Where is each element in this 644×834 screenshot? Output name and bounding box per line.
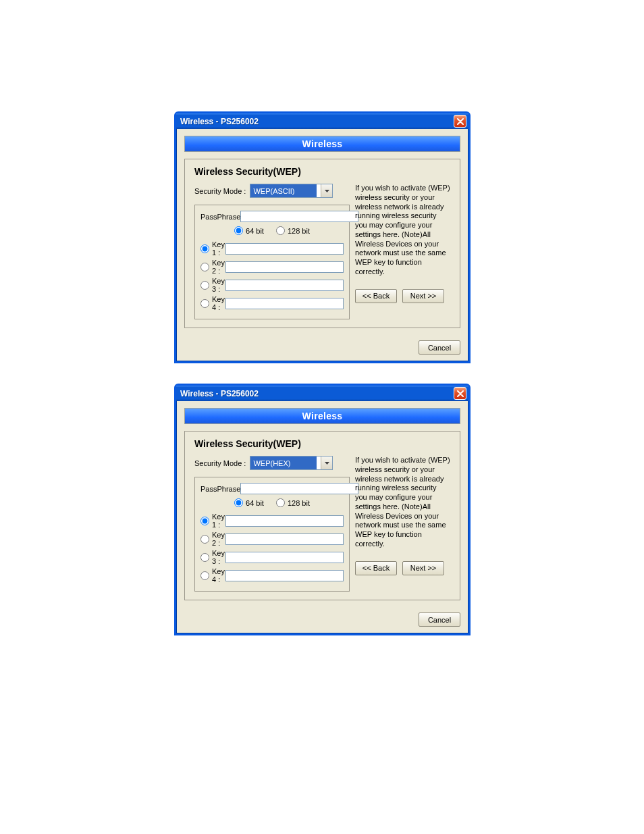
key-input[interactable] bbox=[225, 298, 344, 309]
key-label: Key 1 : bbox=[212, 240, 225, 257]
key-radio[interactable]: Key 2 : bbox=[200, 259, 225, 275]
footer: Cancel bbox=[176, 607, 468, 633]
key-radio[interactable]: Key 3 : bbox=[200, 277, 225, 293]
content-panel: Wireless Security(WEP)Security Mode :WEP… bbox=[184, 159, 460, 328]
left-column: Security Mode :WEP(ASCII)PassPhrase64 bi… bbox=[194, 184, 350, 319]
right-column: If you wish to activate (WEP) wireless s… bbox=[350, 184, 450, 319]
key-radio[interactable]: Key 1 : bbox=[200, 513, 225, 529]
key-row: Key 1 : bbox=[200, 240, 344, 257]
passphrase-input[interactable] bbox=[240, 483, 358, 494]
back-button[interactable]: << Back bbox=[355, 289, 397, 303]
bit-64-option[interactable]: 64 bit bbox=[234, 226, 264, 235]
titlebar[interactable]: Wireless - PS256002 bbox=[176, 386, 468, 401]
keys-group: PassPhrase64 bit128 bitKey 1 :Key 2 :Key… bbox=[194, 205, 350, 319]
key-radio[interactable]: Key 1 : bbox=[200, 240, 225, 257]
window-title: Wireless - PS256002 bbox=[180, 117, 259, 126]
security-mode-select[interactable]: WEP(HEX) bbox=[250, 456, 333, 470]
passphrase-row: PassPhrase bbox=[200, 211, 344, 222]
cancel-button[interactable]: Cancel bbox=[419, 613, 460, 627]
bit-128-label: 128 bit bbox=[288, 227, 310, 235]
key-input[interactable] bbox=[225, 533, 344, 545]
dialog-body: WirelessWireless Security(WEP)Security M… bbox=[176, 401, 468, 607]
key-label: Key 1 : bbox=[212, 513, 225, 529]
footer: Cancel bbox=[176, 335, 468, 361]
next-button[interactable]: Next >> bbox=[402, 289, 444, 303]
key-row: Key 3 : bbox=[200, 549, 344, 565]
help-text: If you wish to activate (WEP) wireless s… bbox=[355, 456, 450, 549]
bit-128-label: 128 bit bbox=[288, 499, 310, 507]
key-input[interactable] bbox=[225, 243, 344, 255]
key-row: Key 2 : bbox=[200, 531, 344, 547]
banner: Wireless bbox=[184, 136, 460, 152]
dialog-body: WirelessWireless Security(WEP)Security M… bbox=[176, 129, 468, 335]
security-mode-row: Security Mode :WEP(HEX) bbox=[194, 456, 350, 470]
passphrase-label: PassPhrase bbox=[200, 485, 240, 493]
key-radio[interactable]: Key 3 : bbox=[200, 549, 225, 565]
wireless-dialog: Wireless - PS256002WirelessWireless Secu… bbox=[174, 384, 471, 635]
wireless-dialog: Wireless - PS256002WirelessWireless Secu… bbox=[174, 111, 471, 363]
key-label: Key 2 : bbox=[212, 531, 225, 547]
help-text: If you wish to activate (WEP) wireless s… bbox=[355, 184, 450, 277]
page-title: Wireless Security(WEP) bbox=[194, 438, 450, 449]
key-radio[interactable]: Key 4 : bbox=[200, 295, 225, 311]
close-icon[interactable] bbox=[454, 115, 466, 128]
back-button[interactable]: << Back bbox=[355, 561, 397, 575]
security-mode-label: Security Mode : bbox=[194, 187, 246, 195]
bit-64-option[interactable]: 64 bit bbox=[234, 498, 264, 507]
key-label: Key 2 : bbox=[212, 259, 225, 275]
window-title: Wireless - PS256002 bbox=[180, 389, 259, 398]
passphrase-row: PassPhrase bbox=[200, 483, 344, 494]
key-radio[interactable]: Key 4 : bbox=[200, 567, 225, 583]
security-mode-label: Security Mode : bbox=[194, 459, 246, 467]
key-row: Key 3 : bbox=[200, 277, 344, 293]
bit-64-label: 64 bit bbox=[246, 227, 264, 235]
bit-row: 64 bit128 bit bbox=[200, 226, 344, 235]
right-column: If you wish to activate (WEP) wireless s… bbox=[350, 456, 450, 592]
key-label: Key 3 : bbox=[212, 277, 225, 293]
page-title: Wireless Security(WEP) bbox=[194, 166, 450, 177]
banner: Wireless bbox=[184, 408, 460, 424]
key-radio[interactable]: Key 2 : bbox=[200, 531, 225, 547]
passphrase-label: PassPhrase bbox=[200, 213, 240, 221]
cancel-button[interactable]: Cancel bbox=[419, 340, 460, 355]
bit-128-option[interactable]: 128 bit bbox=[276, 498, 310, 507]
key-label: Key 4 : bbox=[212, 295, 225, 311]
next-button[interactable]: Next >> bbox=[402, 561, 444, 575]
key-row: Key 1 : bbox=[200, 513, 344, 529]
bit-64-label: 64 bit bbox=[246, 499, 264, 507]
chevron-down-icon[interactable] bbox=[321, 457, 332, 469]
key-row: Key 4 : bbox=[200, 567, 344, 583]
key-label: Key 3 : bbox=[212, 549, 225, 565]
key-input[interactable] bbox=[225, 280, 344, 291]
close-icon[interactable] bbox=[454, 387, 466, 400]
key-row: Key 2 : bbox=[200, 259, 344, 275]
nav-buttons: << BackNext >> bbox=[355, 289, 450, 303]
security-mode-select[interactable]: WEP(ASCII) bbox=[250, 184, 333, 198]
key-label: Key 4 : bbox=[212, 567, 225, 583]
columns: Security Mode :WEP(HEX)PassPhrase64 bit1… bbox=[194, 456, 450, 592]
key-input[interactable] bbox=[225, 261, 344, 273]
security-mode-row: Security Mode :WEP(ASCII) bbox=[194, 184, 350, 198]
columns: Security Mode :WEP(ASCII)PassPhrase64 bi… bbox=[194, 184, 450, 319]
bit-row: 64 bit128 bit bbox=[200, 498, 344, 507]
content-panel: Wireless Security(WEP)Security Mode :WEP… bbox=[184, 431, 460, 600]
passphrase-input[interactable] bbox=[240, 211, 358, 222]
chevron-down-icon[interactable] bbox=[321, 184, 332, 197]
security-mode-value: WEP(HEX) bbox=[250, 457, 317, 469]
key-row: Key 4 : bbox=[200, 295, 344, 311]
key-input[interactable] bbox=[225, 570, 344, 581]
key-input[interactable] bbox=[225, 515, 344, 527]
left-column: Security Mode :WEP(HEX)PassPhrase64 bit1… bbox=[194, 456, 350, 592]
bit-128-option[interactable]: 128 bit bbox=[276, 226, 310, 235]
nav-buttons: << BackNext >> bbox=[355, 561, 450, 575]
key-input[interactable] bbox=[225, 552, 344, 563]
keys-group: PassPhrase64 bit128 bitKey 1 :Key 2 :Key… bbox=[194, 477, 350, 592]
security-mode-value: WEP(ASCII) bbox=[250, 184, 317, 197]
titlebar[interactable]: Wireless - PS256002 bbox=[176, 113, 468, 129]
